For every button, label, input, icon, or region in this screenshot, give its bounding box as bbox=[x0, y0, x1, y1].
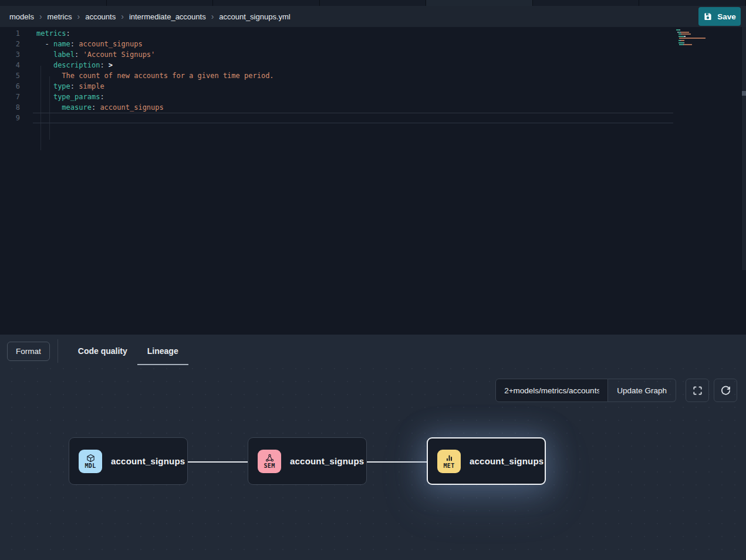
lineage-node-met[interactable]: METaccount_signups bbox=[427, 437, 546, 485]
node-type-badge: MDL bbox=[79, 450, 102, 473]
code-line-content bbox=[33, 113, 673, 123]
code-line[interactable]: 7 type_params: bbox=[0, 92, 746, 102]
breadcrumb-separator-icon: › bbox=[39, 12, 42, 21]
code-token: account_signups bbox=[75, 40, 143, 48]
tab-label: Code quality bbox=[78, 346, 127, 356]
refresh-graph-button[interactable] bbox=[714, 379, 737, 402]
line-number: 4 bbox=[0, 60, 33, 70]
code-line[interactable]: 6 type: simple bbox=[0, 81, 746, 92]
minimap-line bbox=[676, 33, 710, 35]
top-tab[interactable] bbox=[533, 0, 640, 6]
top-tab[interactable] bbox=[0, 0, 107, 6]
code-token: metrics bbox=[36, 29, 66, 38]
node-type-badge: SEM bbox=[258, 450, 281, 473]
top-tab[interactable] bbox=[213, 0, 320, 6]
top-tab[interactable] bbox=[320, 0, 427, 6]
line-number: 3 bbox=[0, 49, 33, 60]
editor-minimap[interactable] bbox=[676, 29, 710, 48]
breadcrumb-item[interactable]: models bbox=[9, 12, 34, 21]
code-token bbox=[36, 93, 53, 101]
code-token: : bbox=[70, 82, 75, 90]
node-type-badge: MET bbox=[437, 450, 461, 473]
code-line[interactable]: 9 bbox=[0, 113, 746, 123]
panel-tabs-row: Format Code qualityLineage bbox=[0, 335, 746, 367]
code-token: simple bbox=[75, 82, 104, 90]
node-type-label: MDL bbox=[85, 463, 96, 469]
breadcrumb-item[interactable]: intermediate_accounts bbox=[129, 12, 206, 21]
breadcrumb-item[interactable]: account_signups.yml bbox=[219, 12, 290, 21]
code-line[interactable]: 5 The count of new accounts for a given … bbox=[0, 70, 746, 81]
top-tab-active[interactable] bbox=[426, 0, 533, 6]
lineage-node-mdl[interactable]: MDLaccount_signups bbox=[69, 437, 188, 485]
update-graph-button[interactable]: Update Graph bbox=[608, 379, 676, 402]
breadcrumb-item[interactable]: accounts bbox=[85, 12, 116, 21]
top-tab[interactable] bbox=[639, 0, 746, 6]
minimap-line bbox=[676, 32, 710, 33]
scrollbar-thumb[interactable] bbox=[742, 91, 746, 96]
bottom-panel: Format Code qualityLineage Update Graph bbox=[0, 335, 746, 560]
refresh-icon bbox=[720, 385, 731, 396]
save-button-label: Save bbox=[717, 12, 736, 21]
lineage-edge bbox=[188, 461, 248, 463]
breadcrumb-item[interactable]: metrics bbox=[48, 12, 72, 21]
panel-tabs: Code qualityLineage bbox=[68, 335, 188, 367]
code-line-content: The count of new accounts for a given ti… bbox=[33, 70, 673, 81]
lineage-graph-canvas[interactable]: Update Graph MDLaccount_signupsSEMaccoun… bbox=[0, 367, 746, 560]
code-line[interactable]: 2 - name: account_signups bbox=[0, 39, 746, 49]
code-token bbox=[36, 103, 62, 112]
code-token bbox=[36, 72, 62, 80]
line-number: 2 bbox=[0, 39, 33, 49]
code-line[interactable]: 8 measure: account_signups bbox=[0, 102, 746, 113]
line-number: 9 bbox=[0, 113, 33, 123]
tab-code-quality[interactable]: Code quality bbox=[68, 335, 137, 367]
code-token: type bbox=[53, 82, 70, 90]
minimap-line bbox=[676, 42, 710, 43]
tab-lineage[interactable]: Lineage bbox=[137, 335, 188, 367]
code-line[interactable]: 1metrics: bbox=[0, 28, 746, 39]
line-number: 1 bbox=[0, 28, 33, 39]
graph-filter-group: Update Graph bbox=[495, 379, 676, 402]
save-button[interactable]: Save bbox=[698, 7, 741, 26]
lineage-node-sem[interactable]: SEMaccount_signups bbox=[248, 437, 367, 485]
semantic-network-icon bbox=[265, 454, 274, 463]
line-number: 6 bbox=[0, 81, 33, 92]
code-token: type_params bbox=[53, 93, 100, 101]
code-line-content: type_params: bbox=[33, 92, 673, 102]
line-number: 5 bbox=[0, 70, 33, 81]
node-name-label: account_signups bbox=[470, 456, 544, 466]
code-token: description bbox=[53, 61, 100, 69]
node-type-label: MET bbox=[444, 463, 455, 469]
code-line[interactable]: 4 description: > bbox=[0, 60, 746, 70]
editor-scrollbar[interactable] bbox=[741, 27, 746, 270]
code-token bbox=[36, 82, 53, 90]
node-type-label: SEM bbox=[264, 463, 275, 469]
code-line-content: description: > bbox=[33, 60, 673, 70]
line-number: 8 bbox=[0, 102, 33, 113]
code-lines: 1metrics:2 - name: account_signups3 labe… bbox=[0, 27, 746, 123]
lineage-filter-input[interactable] bbox=[495, 379, 608, 402]
code-token: - bbox=[45, 40, 53, 48]
breadcrumb-separator-icon: › bbox=[77, 12, 80, 21]
code-line-content: type: simple bbox=[33, 81, 673, 92]
code-line-content: measure: account_signups bbox=[33, 102, 673, 113]
line-number: 7 bbox=[0, 92, 33, 102]
code-line[interactable]: 3 label: 'Account Signups' bbox=[0, 49, 746, 60]
format-button[interactable]: Format bbox=[7, 342, 50, 361]
code-editor[interactable]: 1metrics:2 - name: account_signups3 labe… bbox=[0, 27, 746, 335]
code-token: name bbox=[53, 40, 70, 48]
code-token bbox=[36, 61, 53, 69]
breadcrumb-separator-icon: › bbox=[121, 12, 124, 21]
minimap-line bbox=[676, 29, 710, 31]
node-name-label: account_signups bbox=[290, 456, 364, 466]
minimap-line bbox=[676, 44, 710, 45]
top-tab-strip bbox=[0, 0, 746, 6]
node-name-label: account_signups bbox=[111, 456, 185, 466]
code-token: : bbox=[100, 93, 104, 101]
top-tab[interactable] bbox=[107, 0, 214, 6]
code-line-content: label: 'Account Signups' bbox=[33, 49, 673, 60]
tabs-divider bbox=[58, 339, 58, 363]
minimap-line bbox=[676, 46, 710, 48]
fullscreen-button[interactable] bbox=[686, 379, 709, 402]
code-token bbox=[36, 50, 53, 59]
lineage-edge bbox=[367, 461, 427, 463]
